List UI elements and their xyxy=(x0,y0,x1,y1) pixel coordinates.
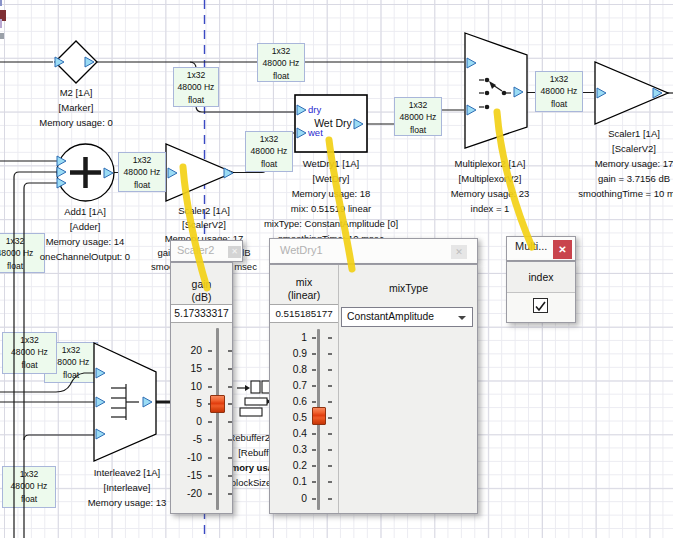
tick-mark xyxy=(312,449,316,451)
schematic-canvas[interactable]: 1x3248000 Hzfloat 1x3248000 Hzfloat 1x32… xyxy=(0,0,673,538)
tick-mark xyxy=(228,403,232,405)
tick-mark xyxy=(312,369,316,371)
tick-mark xyxy=(228,368,232,370)
caption-line: Memory usage: 23 xyxy=(425,186,555,201)
tick-mark xyxy=(228,439,232,441)
caption-line: [Marker] xyxy=(16,100,136,115)
wire[interactable] xyxy=(24,435,94,440)
tick-label: 0.5 xyxy=(293,412,307,424)
tick-mark xyxy=(228,493,232,495)
tick-mark xyxy=(312,465,316,467)
tick-label: 20 xyxy=(191,345,202,357)
mix-slider-handle[interactable] xyxy=(312,407,326,425)
caption-line: oneChannelOutput: 0 xyxy=(20,249,150,264)
tick-label: 0.4 xyxy=(293,428,307,440)
caption-line: Memory usage: 13 xyxy=(67,495,187,510)
tick-label: -10 xyxy=(187,452,202,464)
tick-label: 10 xyxy=(191,381,202,393)
gain-value-field[interactable]: 5.17333317 xyxy=(171,304,232,323)
tick-mark xyxy=(328,401,332,403)
caption-line: index = 1 xyxy=(425,201,555,216)
scaler2-panel[interactable]: gain (dB) 5.17333317 20 15 10 5 0 -5 -10… xyxy=(170,262,233,514)
tick-mark xyxy=(328,498,332,500)
tick-mark xyxy=(312,401,316,403)
caption-line: [Adder] xyxy=(20,219,150,234)
multiplexor2-caption: Multiplexor2 [1A] [MultiplexorV2] Memory… xyxy=(425,156,555,216)
tick-mark xyxy=(328,433,332,435)
wetdry1-caption: WetDry1 [1A] [WetDry] Memory usage: 18 m… xyxy=(246,156,416,246)
close-icon[interactable]: ✕ xyxy=(553,240,572,259)
mixtype-dropdown[interactable]: ConstantAmplitude xyxy=(341,307,473,327)
scaler2-panel-titlebar[interactable]: Scaler2 ✕ xyxy=(170,240,243,262)
wetdry-port-wet-label: wet xyxy=(308,127,323,138)
caption-line: Multiplexor2 [1A] xyxy=(425,156,555,171)
caption-line: [WetDry] xyxy=(246,171,416,186)
tick-label: 0.1 xyxy=(293,476,307,488)
caption-line: Memory usage: 0 xyxy=(16,115,136,130)
caption-line: [ScalerV2] xyxy=(564,141,673,156)
param-units: (dB) xyxy=(171,291,232,304)
caption-line: Memory usage: 18 xyxy=(246,186,416,201)
tick-mark xyxy=(228,457,232,459)
tick-mark xyxy=(208,350,212,352)
tick-mark xyxy=(312,481,316,483)
tick-mark xyxy=(208,493,212,495)
index-checkbox[interactable] xyxy=(533,298,548,313)
param-units: (linear) xyxy=(270,289,338,302)
scaler2-panel-title: Scaler2 xyxy=(177,244,214,256)
wire-type-label: 1x3248000 Hzfloat xyxy=(535,71,583,112)
rebuffer-icon[interactable] xyxy=(237,381,271,416)
multiplexor2-panel-titlebar[interactable]: Multi... ✕ xyxy=(506,236,576,261)
tick-mark xyxy=(328,449,332,451)
tick-mark xyxy=(328,353,332,355)
tick-mark xyxy=(312,498,316,500)
clipped-edge-artifact xyxy=(0,33,4,39)
caption-line: Memory usage: 17 xyxy=(564,156,673,171)
gain-slider-handle[interactable] xyxy=(210,395,225,413)
close-icon[interactable]: ✕ xyxy=(228,246,241,258)
tick-label: -20 xyxy=(187,488,202,500)
tick-mark xyxy=(328,337,332,339)
caption-line: WetDry1 [1A] xyxy=(246,156,416,171)
caption-line: gain = 3.7156 dB xyxy=(564,171,673,186)
m2-caption: M2 [1A] [Marker] Memory usage: 0 xyxy=(16,85,136,130)
wire-type-label: 1x3248000 Hzfloat xyxy=(118,152,166,192)
tick-mark xyxy=(328,385,332,387)
caption-line: [Interleave] xyxy=(67,480,187,495)
mixtype-header: mixType xyxy=(338,282,479,295)
param-name: gain xyxy=(171,278,232,291)
tick-mark xyxy=(328,417,332,419)
tick-mark xyxy=(208,457,212,459)
interleave2-caption: Interleave2 [1A] [Interleave] Memory usa… xyxy=(67,465,187,510)
caption-line: mix: 0.51519 linear xyxy=(246,201,416,216)
tick-mark xyxy=(312,353,316,355)
add1-caption: Add1 [1A] [Adder] Memory usage: 14 oneCh… xyxy=(20,204,150,264)
mix-value-field[interactable]: 0.515185177 xyxy=(270,304,338,323)
multiplexor2-panel[interactable]: index xyxy=(506,261,576,323)
tick-label: 0.9 xyxy=(293,348,307,360)
param-name: mix xyxy=(270,276,338,289)
tick-label: 0.3 xyxy=(293,444,307,456)
tick-label: 15 xyxy=(191,363,202,375)
wetdry-port-dry-label: dry xyxy=(308,104,321,115)
caption-line: Add1 [1A] xyxy=(20,204,150,219)
tick-mark xyxy=(312,385,316,387)
scaler1-caption: Scaler1 [1A] [ScalerV2] Memory usage: 17… xyxy=(564,126,673,201)
tick-label: 1 xyxy=(301,332,307,344)
tick-mark xyxy=(208,475,212,477)
wetdry1-panel-titlebar[interactable]: WetDry1 ✕ xyxy=(269,238,478,264)
tick-mark xyxy=(208,368,212,370)
wire-type-label: 1x3248000 Hzfloat xyxy=(173,67,219,107)
tick-mark xyxy=(228,350,232,352)
tick-mark xyxy=(328,481,332,483)
tick-label: 0 xyxy=(196,416,202,428)
tick-mark xyxy=(312,337,316,339)
caption-line: Memory usage: 14 xyxy=(20,234,150,249)
tick-label: -5 xyxy=(193,434,202,446)
tick-label: 0.7 xyxy=(293,380,307,392)
clipped-edge-artifact xyxy=(0,19,2,28)
tick-mark xyxy=(208,439,212,441)
wetdry1-panel[interactable]: mix (linear) 0.515185177 mixType Constan… xyxy=(269,264,478,514)
close-icon[interactable]: ✕ xyxy=(451,245,467,259)
multiplexor2-panel-title: Multi... xyxy=(515,240,547,252)
